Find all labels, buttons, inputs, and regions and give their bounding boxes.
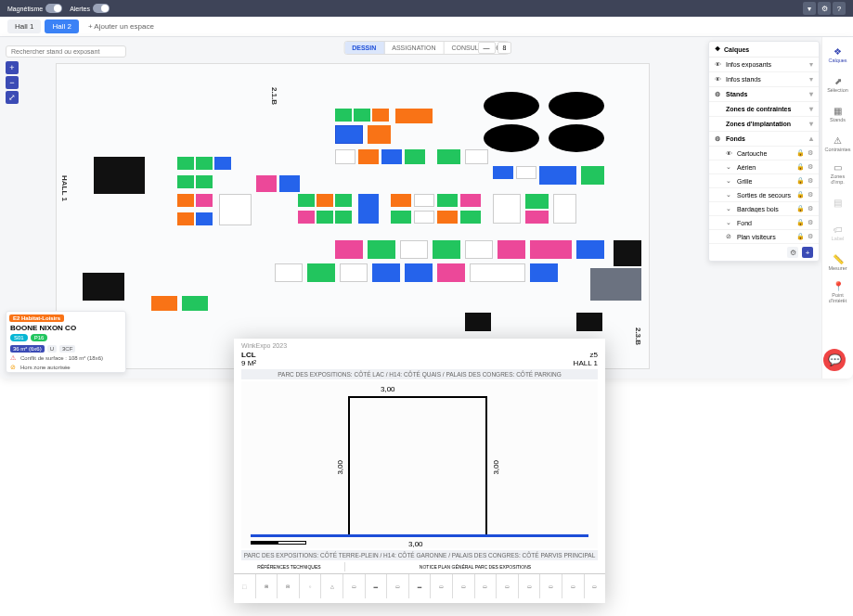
booth[interactable] xyxy=(177,194,194,207)
layer-item[interactable]: ⌄Aérien🔒⚙ xyxy=(709,160,819,174)
booth[interactable] xyxy=(590,268,641,301)
booth[interactable] xyxy=(196,212,213,225)
booth[interactable] xyxy=(256,175,277,192)
booth[interactable] xyxy=(358,194,379,224)
booth[interactable] xyxy=(576,240,604,259)
lock-icon[interactable]: 🔒 xyxy=(796,219,805,226)
booth[interactable] xyxy=(83,273,124,301)
gear-icon[interactable]: ⚙ xyxy=(808,149,813,157)
booth[interactable] xyxy=(437,263,465,282)
layer-group[interactable]: Zones de contraintes▾ xyxy=(709,102,819,117)
booth[interactable] xyxy=(391,211,411,224)
booth[interactable] xyxy=(525,194,549,209)
rail-contraintes[interactable]: ⚠Contraintes xyxy=(824,130,852,158)
zoom-fit-button[interactable]: ⤢ xyxy=(6,91,19,104)
booth[interactable] xyxy=(391,194,411,207)
topbar-btn-1[interactable]: ▾ xyxy=(803,2,816,15)
canvas-area[interactable]: + − ⤢ DESSIN ASSIGNATION CONSULTATION — … xyxy=(0,37,853,379)
booth[interactable] xyxy=(437,149,460,164)
booth[interactable] xyxy=(182,296,208,311)
booth[interactable] xyxy=(400,240,428,259)
booth[interactable] xyxy=(414,211,434,224)
booth[interactable] xyxy=(196,175,213,188)
booth[interactable] xyxy=(493,194,521,224)
booth[interactable] xyxy=(405,263,433,282)
booth[interactable] xyxy=(94,157,145,194)
booth[interactable] xyxy=(372,263,400,282)
booth[interactable] xyxy=(279,175,300,192)
zoom-out-button[interactable]: − xyxy=(6,76,19,89)
layer-group[interactable]: 👁Infos exposants▾ xyxy=(709,58,819,72)
layer-settings-button[interactable]: ⚙ xyxy=(787,247,798,258)
booth[interactable] xyxy=(539,166,576,185)
lock-icon[interactable]: 🔒 xyxy=(796,163,805,171)
lock-icon[interactable]: 🔒 xyxy=(796,177,805,185)
booth-selected[interactable] xyxy=(335,125,363,144)
alertes-toggle[interactable]: Alertes xyxy=(70,4,110,13)
lock-icon[interactable]: 🔒 xyxy=(796,233,805,240)
booth[interactable] xyxy=(317,211,333,224)
booth[interactable] xyxy=(395,109,433,123)
hall-tab-2[interactable]: Hall 2 xyxy=(45,19,78,33)
add-space-button[interactable]: + Ajouter un espace xyxy=(83,19,160,33)
mode-dessin[interactable]: DESSIN xyxy=(344,42,384,54)
gear-icon[interactable]: ⚙ xyxy=(808,219,813,226)
booth[interactable] xyxy=(437,211,458,224)
booth[interactable] xyxy=(368,125,391,144)
booth[interactable] xyxy=(214,157,231,170)
booth[interactable] xyxy=(576,313,602,331)
rail-stands[interactable]: ▦Stands xyxy=(824,100,852,128)
booth[interactable] xyxy=(298,211,315,224)
gear-icon[interactable]: ⚙ xyxy=(808,205,813,212)
booth[interactable] xyxy=(372,109,389,122)
booth[interactable] xyxy=(196,194,213,207)
booth[interactable] xyxy=(177,157,194,170)
layer-group[interactable]: ⚙Stands▾ xyxy=(709,87,819,102)
booth[interactable] xyxy=(151,296,177,311)
booth[interactable] xyxy=(614,240,641,266)
booth[interactable] xyxy=(340,263,368,282)
gear-icon[interactable]: ⚙ xyxy=(808,233,813,240)
booth[interactable] xyxy=(335,194,352,207)
booth[interactable] xyxy=(553,194,576,224)
topbar-settings-icon[interactable]: ⚙ xyxy=(818,2,831,15)
booth[interactable] xyxy=(525,211,549,224)
lock-icon[interactable]: 🔒 xyxy=(796,149,805,157)
booth[interactable] xyxy=(298,194,315,207)
layer-group[interactable]: Zones d'implantation▾ xyxy=(709,117,819,132)
layer-item[interactable]: ⌄Bardages bois🔒⚙ xyxy=(709,202,819,216)
lock-icon[interactable]: 🔒 xyxy=(796,191,805,199)
booth[interactable] xyxy=(516,166,536,179)
booth[interactable] xyxy=(177,175,194,188)
chat-fab[interactable]: 💬 xyxy=(823,349,846,371)
booth[interactable] xyxy=(368,240,395,259)
booth[interactable] xyxy=(307,263,335,282)
booth[interactable] xyxy=(470,263,525,282)
booth[interactable] xyxy=(335,109,352,122)
booth[interactable] xyxy=(465,240,493,259)
booth[interactable] xyxy=(530,263,558,282)
rail-selection[interactable]: ⬈Sélection xyxy=(824,71,852,98)
booth[interactable] xyxy=(460,194,481,207)
booth[interactable] xyxy=(493,166,513,179)
mode-assignation[interactable]: ASSIGNATION xyxy=(384,42,444,54)
layer-item[interactable]: ⌄Sorties de secours🔒⚙ xyxy=(709,188,819,202)
booth[interactable] xyxy=(581,166,604,185)
search-input[interactable] xyxy=(6,45,126,58)
booth[interactable] xyxy=(437,194,458,207)
booth[interactable] xyxy=(275,263,303,282)
rail-calques[interactable]: ❖Calques xyxy=(824,41,852,69)
booth[interactable] xyxy=(219,194,252,225)
booth[interactable] xyxy=(335,149,355,164)
rail-poi[interactable]: 📍Point d'intérêt xyxy=(824,278,852,306)
rail-zones[interactable]: ▭Zones d'imp. xyxy=(824,160,852,187)
booth[interactable] xyxy=(317,194,333,207)
booth[interactable] xyxy=(405,149,425,164)
topbar-help-icon[interactable]: ? xyxy=(833,2,846,15)
layer-item[interactable]: ⌄Fond🔒⚙ xyxy=(709,216,819,230)
booth[interactable] xyxy=(196,157,213,170)
floorplan[interactable]: HALL 1 2.1.B 2.3.B xyxy=(56,63,650,369)
layer-group[interactable]: ⚙Fonds▴ xyxy=(709,132,819,147)
booth[interactable] xyxy=(414,194,434,207)
booth[interactable] xyxy=(381,149,402,164)
